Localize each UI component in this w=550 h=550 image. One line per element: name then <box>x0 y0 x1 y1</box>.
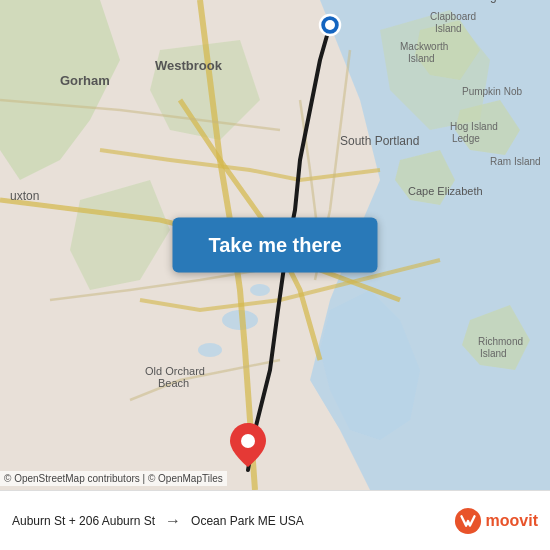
take-me-there-button[interactable]: Take me there <box>172 218 377 273</box>
svg-text:Richmond: Richmond <box>478 336 523 347</box>
svg-point-25 <box>241 434 255 448</box>
moovit-text: moovit <box>486 512 538 530</box>
map-container: Gorham Westbrook uxton South Portland Ca… <box>0 0 550 490</box>
svg-text:Mackworth: Mackworth <box>400 41 448 52</box>
footer-bar: Auburn St + 206 Auburn St → Ocean Park M… <box>0 490 550 550</box>
svg-text:Pumpkin Nob: Pumpkin Nob <box>462 86 522 97</box>
svg-text:Island: Island <box>435 23 462 34</box>
origin-text: Auburn St + 206 Auburn St <box>12 514 155 528</box>
svg-text:Clapboard: Clapboard <box>430 11 476 22</box>
svg-point-2 <box>198 343 222 357</box>
route-info: Auburn St + 206 Auburn St → Ocean Park M… <box>12 512 454 530</box>
destination-text: Ocean Park ME USA <box>191 514 304 528</box>
svg-text:Beach: Beach <box>158 377 189 389</box>
svg-text:Cape Elizabeth: Cape Elizabeth <box>408 185 483 197</box>
svg-text:Long Islan: Long Islan <box>470 0 525 3</box>
arrow-icon: → <box>165 512 181 530</box>
svg-text:Island: Island <box>408 53 435 64</box>
moovit-logo: moovit <box>454 507 538 535</box>
svg-text:Ledge: Ledge <box>452 133 480 144</box>
svg-text:Gorham: Gorham <box>60 73 110 88</box>
svg-text:Island: Island <box>480 348 507 359</box>
svg-text:Westbrook: Westbrook <box>155 58 223 73</box>
svg-point-3 <box>250 284 270 296</box>
svg-point-24 <box>325 20 335 30</box>
svg-text:Ram Island: Ram Island <box>490 156 541 167</box>
svg-text:uxton: uxton <box>10 189 39 203</box>
map-attribution: © OpenStreetMap contributors | © OpenMap… <box>0 471 227 486</box>
svg-text:South Portland: South Portland <box>340 134 419 148</box>
svg-text:Hog Island: Hog Island <box>450 121 498 132</box>
moovit-logo-icon <box>454 507 482 535</box>
svg-text:Old Orchard: Old Orchard <box>145 365 205 377</box>
